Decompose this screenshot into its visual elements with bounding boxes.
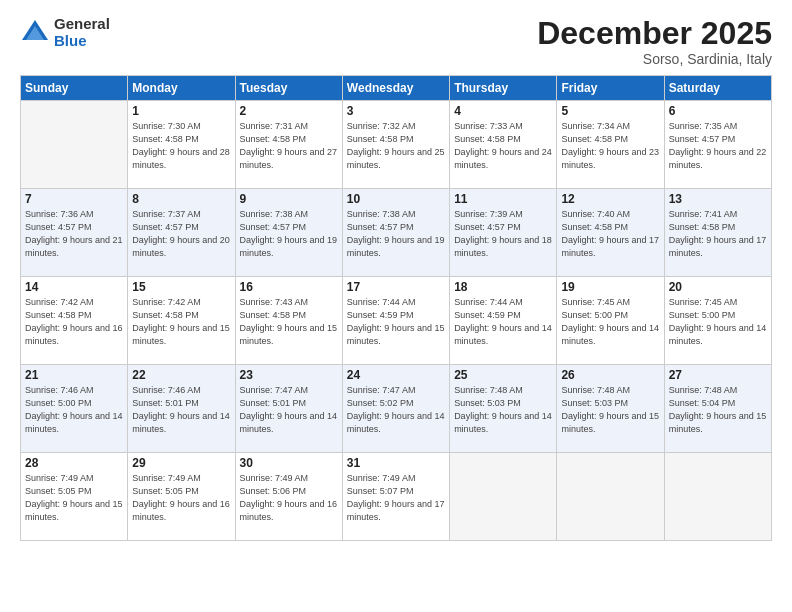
table-cell: 13Sunrise: 7:41 AMSunset: 4:58 PMDayligh… — [664, 189, 771, 277]
table-cell: 22Sunrise: 7:46 AMSunset: 5:01 PMDayligh… — [128, 365, 235, 453]
day-number: 1 — [132, 104, 230, 118]
table-cell: 16Sunrise: 7:43 AMSunset: 4:58 PMDayligh… — [235, 277, 342, 365]
day-number: 11 — [454, 192, 552, 206]
day-number: 7 — [25, 192, 123, 206]
day-info: Sunrise: 7:38 AMSunset: 4:57 PMDaylight:… — [240, 208, 338, 260]
table-cell: 26Sunrise: 7:48 AMSunset: 5:03 PMDayligh… — [557, 365, 664, 453]
day-info: Sunrise: 7:34 AMSunset: 4:58 PMDaylight:… — [561, 120, 659, 172]
day-number: 6 — [669, 104, 767, 118]
day-info: Sunrise: 7:42 AMSunset: 4:58 PMDaylight:… — [25, 296, 123, 348]
table-cell: 7Sunrise: 7:36 AMSunset: 4:57 PMDaylight… — [21, 189, 128, 277]
table-cell: 3Sunrise: 7:32 AMSunset: 4:58 PMDaylight… — [342, 101, 449, 189]
location: Sorso, Sardinia, Italy — [537, 51, 772, 67]
day-number: 20 — [669, 280, 767, 294]
day-info: Sunrise: 7:33 AMSunset: 4:58 PMDaylight:… — [454, 120, 552, 172]
calendar-table: Sunday Monday Tuesday Wednesday Thursday… — [20, 75, 772, 541]
day-info: Sunrise: 7:43 AMSunset: 4:58 PMDaylight:… — [240, 296, 338, 348]
table-cell: 8Sunrise: 7:37 AMSunset: 4:57 PMDaylight… — [128, 189, 235, 277]
col-sunday: Sunday — [21, 76, 128, 101]
day-number: 26 — [561, 368, 659, 382]
table-cell — [664, 453, 771, 541]
day-info: Sunrise: 7:48 AMSunset: 5:03 PMDaylight:… — [454, 384, 552, 436]
day-number: 9 — [240, 192, 338, 206]
col-saturday: Saturday — [664, 76, 771, 101]
day-info: Sunrise: 7:49 AMSunset: 5:05 PMDaylight:… — [132, 472, 230, 524]
logo-icon — [20, 18, 50, 48]
day-info: Sunrise: 7:46 AMSunset: 5:00 PMDaylight:… — [25, 384, 123, 436]
day-info: Sunrise: 7:32 AMSunset: 4:58 PMDaylight:… — [347, 120, 445, 172]
day-number: 3 — [347, 104, 445, 118]
table-cell: 4Sunrise: 7:33 AMSunset: 4:58 PMDaylight… — [450, 101, 557, 189]
day-info: Sunrise: 7:49 AMSunset: 5:06 PMDaylight:… — [240, 472, 338, 524]
day-info: Sunrise: 7:47 AMSunset: 5:02 PMDaylight:… — [347, 384, 445, 436]
day-number: 4 — [454, 104, 552, 118]
day-info: Sunrise: 7:40 AMSunset: 4:58 PMDaylight:… — [561, 208, 659, 260]
table-cell: 23Sunrise: 7:47 AMSunset: 5:01 PMDayligh… — [235, 365, 342, 453]
day-number: 27 — [669, 368, 767, 382]
day-info: Sunrise: 7:45 AMSunset: 5:00 PMDaylight:… — [561, 296, 659, 348]
table-cell: 19Sunrise: 7:45 AMSunset: 5:00 PMDayligh… — [557, 277, 664, 365]
month-title: December 2025 — [537, 16, 772, 51]
col-thursday: Thursday — [450, 76, 557, 101]
col-monday: Monday — [128, 76, 235, 101]
table-cell: 12Sunrise: 7:40 AMSunset: 4:58 PMDayligh… — [557, 189, 664, 277]
logo-text: General Blue — [54, 16, 110, 49]
day-info: Sunrise: 7:37 AMSunset: 4:57 PMDaylight:… — [132, 208, 230, 260]
page: General Blue December 2025 Sorso, Sardin… — [0, 0, 792, 612]
day-number: 19 — [561, 280, 659, 294]
day-info: Sunrise: 7:48 AMSunset: 5:03 PMDaylight:… — [561, 384, 659, 436]
day-info: Sunrise: 7:42 AMSunset: 4:58 PMDaylight:… — [132, 296, 230, 348]
table-cell: 5Sunrise: 7:34 AMSunset: 4:58 PMDaylight… — [557, 101, 664, 189]
day-info: Sunrise: 7:47 AMSunset: 5:01 PMDaylight:… — [240, 384, 338, 436]
table-row: 1Sunrise: 7:30 AMSunset: 4:58 PMDaylight… — [21, 101, 772, 189]
day-number: 14 — [25, 280, 123, 294]
table-row: 28Sunrise: 7:49 AMSunset: 5:05 PMDayligh… — [21, 453, 772, 541]
table-cell — [21, 101, 128, 189]
day-number: 13 — [669, 192, 767, 206]
table-cell: 11Sunrise: 7:39 AMSunset: 4:57 PMDayligh… — [450, 189, 557, 277]
table-cell: 18Sunrise: 7:44 AMSunset: 4:59 PMDayligh… — [450, 277, 557, 365]
table-cell: 10Sunrise: 7:38 AMSunset: 4:57 PMDayligh… — [342, 189, 449, 277]
day-info: Sunrise: 7:48 AMSunset: 5:04 PMDaylight:… — [669, 384, 767, 436]
day-number: 18 — [454, 280, 552, 294]
day-info: Sunrise: 7:45 AMSunset: 5:00 PMDaylight:… — [669, 296, 767, 348]
header: General Blue December 2025 Sorso, Sardin… — [20, 16, 772, 67]
title-block: December 2025 Sorso, Sardinia, Italy — [537, 16, 772, 67]
day-info: Sunrise: 7:49 AMSunset: 5:05 PMDaylight:… — [25, 472, 123, 524]
col-friday: Friday — [557, 76, 664, 101]
table-cell: 14Sunrise: 7:42 AMSunset: 4:58 PMDayligh… — [21, 277, 128, 365]
calendar-header-row: Sunday Monday Tuesday Wednesday Thursday… — [21, 76, 772, 101]
day-info: Sunrise: 7:44 AMSunset: 4:59 PMDaylight:… — [454, 296, 552, 348]
table-row: 14Sunrise: 7:42 AMSunset: 4:58 PMDayligh… — [21, 277, 772, 365]
day-number: 8 — [132, 192, 230, 206]
table-cell: 2Sunrise: 7:31 AMSunset: 4:58 PMDaylight… — [235, 101, 342, 189]
day-number: 10 — [347, 192, 445, 206]
day-number: 15 — [132, 280, 230, 294]
day-number: 25 — [454, 368, 552, 382]
day-number: 17 — [347, 280, 445, 294]
logo-general-label: General — [54, 16, 110, 33]
table-cell: 27Sunrise: 7:48 AMSunset: 5:04 PMDayligh… — [664, 365, 771, 453]
table-cell — [557, 453, 664, 541]
table-row: 21Sunrise: 7:46 AMSunset: 5:00 PMDayligh… — [21, 365, 772, 453]
table-cell: 6Sunrise: 7:35 AMSunset: 4:57 PMDaylight… — [664, 101, 771, 189]
table-cell: 9Sunrise: 7:38 AMSunset: 4:57 PMDaylight… — [235, 189, 342, 277]
day-info: Sunrise: 7:44 AMSunset: 4:59 PMDaylight:… — [347, 296, 445, 348]
day-number: 2 — [240, 104, 338, 118]
logo: General Blue — [20, 16, 110, 49]
day-info: Sunrise: 7:49 AMSunset: 5:07 PMDaylight:… — [347, 472, 445, 524]
table-cell: 29Sunrise: 7:49 AMSunset: 5:05 PMDayligh… — [128, 453, 235, 541]
day-number: 31 — [347, 456, 445, 470]
day-info: Sunrise: 7:41 AMSunset: 4:58 PMDaylight:… — [669, 208, 767, 260]
day-info: Sunrise: 7:36 AMSunset: 4:57 PMDaylight:… — [25, 208, 123, 260]
table-cell: 31Sunrise: 7:49 AMSunset: 5:07 PMDayligh… — [342, 453, 449, 541]
day-info: Sunrise: 7:38 AMSunset: 4:57 PMDaylight:… — [347, 208, 445, 260]
table-cell: 30Sunrise: 7:49 AMSunset: 5:06 PMDayligh… — [235, 453, 342, 541]
table-cell: 20Sunrise: 7:45 AMSunset: 5:00 PMDayligh… — [664, 277, 771, 365]
day-number: 16 — [240, 280, 338, 294]
table-cell: 21Sunrise: 7:46 AMSunset: 5:00 PMDayligh… — [21, 365, 128, 453]
day-number: 30 — [240, 456, 338, 470]
day-info: Sunrise: 7:31 AMSunset: 4:58 PMDaylight:… — [240, 120, 338, 172]
table-cell: 24Sunrise: 7:47 AMSunset: 5:02 PMDayligh… — [342, 365, 449, 453]
day-number: 23 — [240, 368, 338, 382]
